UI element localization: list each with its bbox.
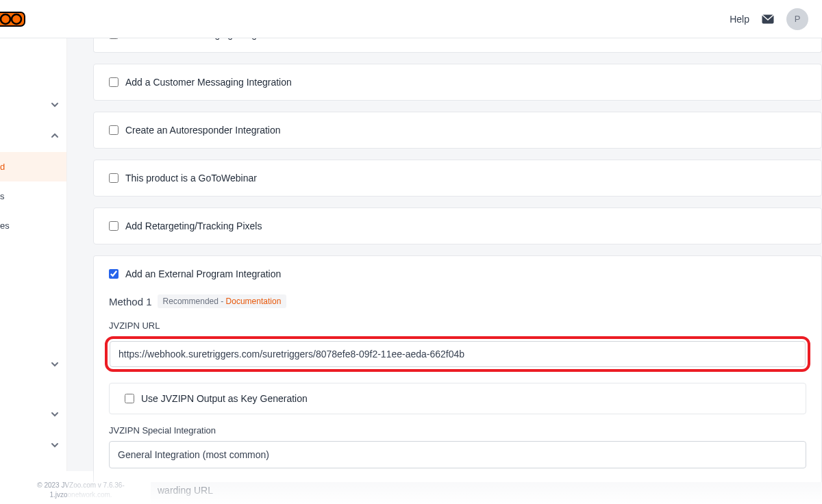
chevron-down-icon	[50, 360, 60, 371]
label-gotowebinar[interactable]: This product is a GoToWebinar	[125, 173, 257, 184]
checkbox-external[interactable]	[109, 269, 119, 279]
card-customer: Add a Customer Messaging Integration	[93, 64, 822, 101]
sidebar: d s es	[0, 38, 67, 471]
label-retargeting[interactable]: Add Retargeting/Tracking Pixels	[125, 220, 262, 231]
card-autoresponder: Create an Autoresponder Integration	[93, 112, 822, 149]
sidebar-item-3[interactable]: s	[0, 181, 66, 211]
documentation-link[interactable]: Documentation	[226, 297, 282, 306]
jvzoo-logo-icon	[0, 10, 27, 29]
chevron-down-icon	[50, 440, 60, 452]
card-external: Add an External Program Integration Meth…	[93, 255, 822, 482]
checkbox-customer[interactable]	[109, 77, 119, 87]
jvzipn-url-input[interactable]	[110, 341, 806, 367]
sidebar-item-0[interactable]	[0, 90, 66, 121]
method-title: Method 1	[109, 296, 152, 307]
sidebar-item-4[interactable]: es	[0, 211, 66, 240]
main-content: Add a Affiliate Messaging Integration Ad…	[67, 38, 822, 504]
label-external[interactable]: Add an External Program Integration	[125, 268, 281, 279]
sidebar-item-2[interactable]: d	[0, 152, 66, 181]
sidebar-item-1[interactable]	[0, 121, 66, 152]
sidebar-item-lower-2[interactable]	[0, 431, 66, 462]
forwarding-url-label: warding URL	[158, 485, 213, 496]
jvzipn-url-label: JVZIPN URL	[109, 320, 806, 331]
special-integration-label: JVZIPN Special Integration	[109, 425, 806, 436]
label-affiliate[interactable]: Add a Affiliate Messaging Integration	[125, 38, 281, 40]
avatar[interactable]: P	[786, 8, 808, 30]
checkbox-autoresponder[interactable]	[109, 125, 119, 135]
chevron-down-icon	[50, 100, 60, 112]
highlight-annotation	[105, 336, 810, 372]
sidebar-item-lower-1[interactable]	[0, 400, 66, 431]
special-integration-select[interactable]: General Integration (most common)	[109, 441, 806, 468]
label-customer[interactable]: Add a Customer Messaging Integration	[125, 77, 292, 88]
label-output-key[interactable]: Use JVZIPN Output as Key Generation	[141, 393, 308, 404]
checkbox-affiliate[interactable]	[109, 38, 119, 39]
sidebar-item-lower-0[interactable]	[0, 350, 66, 381]
card-retargeting: Add Retargeting/Tracking Pixels	[93, 207, 822, 244]
checkbox-retargeting[interactable]	[109, 221, 119, 231]
help-link[interactable]: Help	[730, 14, 749, 25]
chevron-up-icon	[50, 131, 60, 142]
logo[interactable]	[0, 0, 41, 38]
card-gotowebinar: This product is a GoToWebinar	[93, 160, 822, 197]
checkbox-gotowebinar[interactable]	[109, 173, 119, 183]
method-badge: Recommended - Documentation	[158, 294, 287, 308]
card-affiliate: Add a Affiliate Messaging Integration	[93, 38, 822, 53]
topbar: Help P	[0, 0, 822, 38]
mail-icon[interactable]	[762, 14, 774, 24]
checkbox-output-key[interactable]	[125, 394, 134, 403]
output-key-card: Use JVZIPN Output as Key Generation	[109, 383, 806, 414]
label-autoresponder[interactable]: Create an Autoresponder Integration	[125, 125, 281, 136]
chevron-down-icon	[50, 410, 60, 421]
